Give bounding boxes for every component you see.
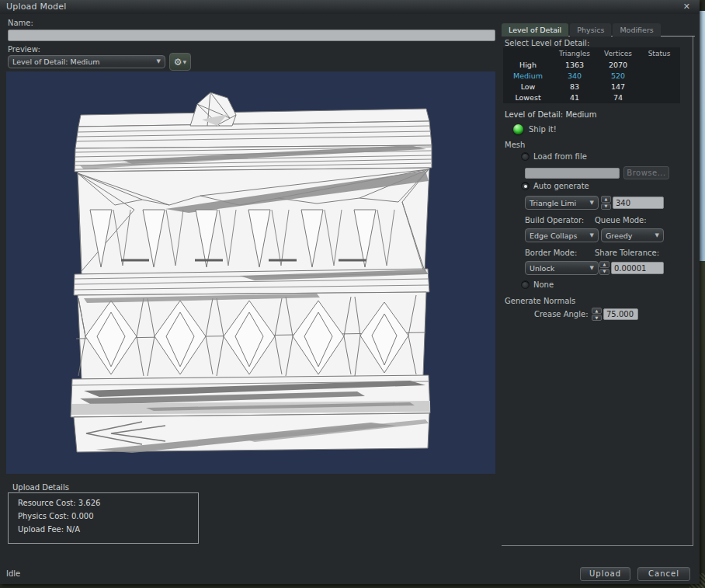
name-input[interactable]	[8, 30, 495, 41]
close-icon[interactable]: ✕	[683, 2, 690, 12]
triangle-limit-dropdown-value: Triangle Limi	[530, 199, 576, 207]
queue-mode-label: Queue Mode:	[595, 216, 647, 224]
title-bar[interactable]: Upload Model ✕	[0, 0, 700, 14]
upload-button[interactable]: Upload	[580, 567, 630, 581]
upload-details-box: Resource Cost: 3.626 Physics Cost: 0.000…	[8, 492, 199, 544]
col-header-triangles: Triangles	[553, 50, 596, 57]
triangle-limit-input[interactable]	[613, 197, 664, 209]
dialog-title: Upload Model	[6, 2, 66, 12]
chevron-down-icon: ▼	[655, 233, 659, 238]
crease-angle-spinner[interactable]: ▲ ▼	[592, 308, 602, 321]
border-mode-dropdown[interactable]: Unlock ▼	[525, 261, 599, 275]
lod-table: Triangles Vertices Status High 1363 2070…	[503, 47, 680, 103]
chevron-down-icon: ▼	[590, 233, 594, 238]
share-tolerance-spinner[interactable]: ▲ ▼	[599, 261, 609, 275]
mesh-file-input[interactable]	[525, 168, 620, 179]
tab-level-of-detail[interactable]: Level of Detail	[502, 23, 568, 37]
triangle-limit-dropdown[interactable]: Triangle Limi ▼	[525, 196, 599, 210]
none-label: None	[533, 280, 554, 289]
tab-physics[interactable]: Physics	[570, 23, 611, 37]
lod-row-lowest-vertices: 74	[596, 93, 640, 102]
browse-button[interactable]: Browse...	[623, 166, 669, 179]
border-mode-dropdown-value: Unlock	[530, 264, 554, 273]
build-operator-label: Build Operator:	[525, 216, 584, 224]
ship-it-label: Ship it!	[529, 125, 557, 134]
lod-row-lowest-label[interactable]: Lowest	[503, 93, 553, 102]
lod-row-low-label[interactable]: Low	[503, 82, 553, 91]
select-lod-label: Select Level of Detail:	[505, 39, 589, 47]
physics-cost: Physics Cost: 0.000	[18, 512, 94, 520]
auto-generate-label: Auto generate	[533, 182, 589, 190]
lod-row-lowest-triangles: 41	[553, 93, 596, 102]
spinner-up-icon[interactable]: ▲	[599, 261, 609, 268]
background-sky	[700, 11, 705, 261]
generate-normals-label: Generate Normals	[505, 297, 575, 305]
crease-angle-label: Crease Angle:	[534, 310, 589, 318]
spinner-down-icon[interactable]: ▼	[592, 315, 602, 321]
load-from-file-radio[interactable]	[521, 152, 530, 161]
upload-model-dialog: Upload Model ✕ Name: Preview: Level of D…	[0, 0, 700, 584]
spinner-down-icon[interactable]: ▼	[601, 204, 611, 210]
lod-row-medium-vertices: 520	[596, 71, 640, 80]
lod-row-medium-label[interactable]: Medium	[503, 71, 553, 80]
lod-row-low-triangles: 83	[553, 82, 596, 91]
model-preview-canvas[interactable]	[6, 71, 495, 474]
screen: Upload Model ✕ Name: Preview: Level of D…	[0, 0, 705, 588]
build-operator-dropdown-value: Edge Collaps	[530, 231, 577, 240]
share-tolerance-label: Share Tolerance:	[595, 249, 659, 257]
col-header-vertices: Vertices	[596, 50, 640, 57]
queue-mode-dropdown-value: Greedy	[606, 231, 632, 240]
lod-row-high-triangles: 1363	[553, 61, 596, 69]
crease-angle-input[interactable]	[603, 308, 638, 320]
auto-generate-radio[interactable]	[521, 182, 530, 190]
chevron-down-icon: ▼	[183, 59, 187, 64]
chevron-down-icon: ▼	[590, 200, 594, 206]
load-from-file-label: Load from file	[533, 152, 587, 161]
spinner-up-icon[interactable]: ▲	[592, 308, 602, 314]
triangle-limit-spinner[interactable]: ▲ ▼	[601, 196, 611, 210]
name-label: Name:	[8, 19, 33, 27]
upload-details-title: Upload Details	[12, 483, 69, 492]
mesh-label: Mesh	[505, 141, 525, 149]
upload-fee: Upload Fee: N/A	[18, 525, 80, 534]
build-operator-dropdown[interactable]: Edge Collaps ▼	[525, 228, 599, 242]
preview-options-button[interactable]: ⚙ ▼	[169, 53, 191, 71]
col-header-status: Status	[640, 50, 679, 57]
lod-row-high-vertices: 2070	[596, 61, 640, 69]
border-mode-label: Border Mode:	[525, 249, 577, 257]
current-lod-label: Level of Detail: Medium	[505, 110, 596, 119]
model-wireframe	[6, 71, 495, 474]
preview-lod-dropdown-value: Level of Detail: Medium	[12, 57, 99, 66]
lod-row-medium-triangles: 340	[553, 71, 596, 80]
preview-label: Preview:	[8, 45, 40, 54]
status-text: Idle	[6, 569, 20, 578]
queue-mode-dropdown[interactable]: Greedy ▼	[601, 228, 664, 242]
resource-cost: Resource Cost: 3.626	[18, 499, 100, 507]
spinner-down-icon[interactable]: ▼	[599, 269, 609, 276]
ship-status-orb	[513, 124, 523, 134]
background-ground	[700, 261, 705, 588]
chevron-down-icon: ▼	[590, 266, 594, 271]
cancel-button[interactable]: Cancel	[637, 567, 690, 581]
preview-lod-dropdown[interactable]: Level of Detail: Medium ▼	[8, 55, 165, 68]
tab-strip: Level of Detail Physics Modifiers	[502, 23, 695, 37]
lod-row-high-label[interactable]: High	[503, 61, 553, 69]
lod-row-low-vertices: 147	[596, 82, 640, 91]
tab-modifiers[interactable]: Modifiers	[613, 23, 660, 37]
share-tolerance-input[interactable]	[611, 262, 664, 274]
none-radio[interactable]	[521, 280, 530, 289]
chevron-down-icon: ▼	[157, 59, 161, 64]
spinner-up-icon[interactable]: ▲	[601, 196, 611, 203]
gear-icon: ⚙	[174, 57, 182, 67]
